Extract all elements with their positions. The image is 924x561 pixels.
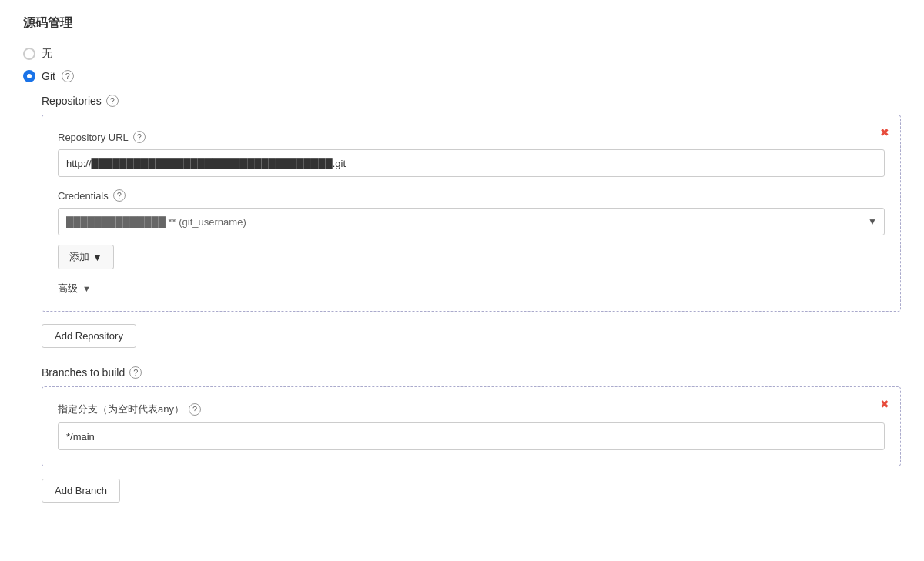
scm-option-git[interactable]: Git ? — [23, 70, 901, 82]
branches-section: Branches to build ? ✖ 指定分支（为空时代表any） ? A… — [23, 366, 901, 518]
credentials-section: Credentials ? ██████████████ ** (git_use… — [58, 189, 885, 235]
repository-url-label: Repository URL ? — [58, 131, 885, 143]
advanced-toggle[interactable]: 高级 ▼ — [58, 282, 885, 296]
branch-specifier-label: 指定分支（为空时代表any） ? — [58, 402, 885, 416]
credentials-add-label: 添加 — [69, 250, 89, 264]
branch-card: ✖ 指定分支（为空时代表any） ? — [42, 386, 901, 466]
git-help-icon[interactable]: ? — [62, 70, 74, 82]
repositories-section-label: Repositories ? — [42, 95, 901, 107]
branch-specifier-help-icon[interactable]: ? — [189, 403, 201, 416]
credentials-select[interactable]: ██████████████ ** (git_username) — [58, 208, 885, 235]
scm-none-label: 无 — [42, 47, 52, 61]
repository-url-text: Repository URL — [58, 132, 129, 143]
advanced-chevron-icon: ▼ — [82, 284, 91, 293]
credentials-label: Credentials ? — [58, 189, 885, 202]
branches-help-icon[interactable]: ? — [129, 366, 142, 379]
repositories-label: Repositories — [42, 95, 102, 107]
branch-specifier-input[interactable] — [58, 422, 885, 450]
repository-url-input[interactable] — [58, 149, 885, 177]
scm-option-none[interactable]: 无 — [23, 47, 901, 61]
credentials-help-icon[interactable]: ? — [113, 189, 126, 202]
repositories-help-icon[interactable]: ? — [106, 95, 119, 107]
add-repository-button[interactable]: Add Repository — [42, 324, 136, 348]
scm-options: 无 Git ? — [23, 47, 901, 82]
repository-card: ✖ Repository URL ? Credentials ? ███████… — [42, 115, 901, 312]
add-branch-button[interactable]: Add Branch — [42, 479, 120, 503]
page-title: 源码管理 — [23, 15, 901, 32]
radio-none[interactable] — [23, 48, 35, 60]
advanced-label: 高级 — [58, 282, 78, 296]
credentials-add-arrow: ▼ — [92, 252, 102, 263]
repository-url-help-icon[interactable]: ? — [133, 131, 146, 143]
credentials-text: Credentials — [58, 190, 109, 202]
branch-specifier-text: 指定分支（为空时代表any） — [58, 402, 184, 416]
close-repository-button[interactable]: ✖ — [879, 125, 891, 140]
close-branch-button[interactable]: ✖ — [879, 396, 891, 412]
branches-section-label: Branches to build ? — [42, 366, 901, 379]
scm-git-label: Git — [42, 70, 55, 82]
credentials-select-wrapper: ██████████████ ** (git_username) ▼ — [58, 208, 885, 235]
branches-label: Branches to build — [42, 366, 125, 379]
radio-git[interactable] — [23, 70, 35, 82]
credentials-add-button[interactable]: 添加 ▼ — [58, 245, 114, 269]
